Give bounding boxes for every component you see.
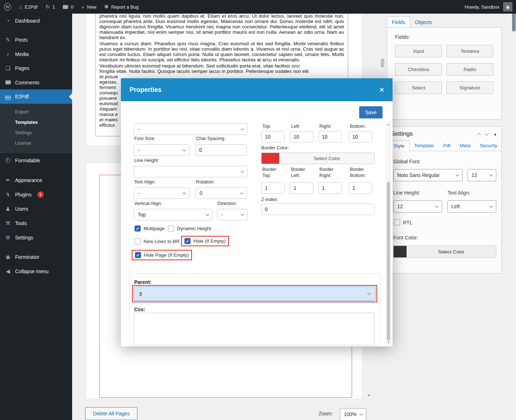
field-button-select[interactable]: Select [395, 81, 442, 94]
line-height-select[interactable] [134, 166, 248, 177]
border-color-picker[interactable]: Select Color [261, 153, 375, 164]
select-color-label: Select Color [280, 153, 374, 164]
submenu-item-settings[interactable]: Settings [0, 127, 72, 138]
border-bottom-input[interactable] [349, 182, 372, 194]
border-right-input[interactable] [318, 182, 342, 194]
parent-select[interactable]: 3 [133, 286, 376, 301]
move-down-icon[interactable] [485, 131, 489, 135]
dynamic-height-checkbox[interactable] [168, 225, 174, 232]
border-word-label: Border [262, 167, 276, 172]
sidebar-item-label: Forminator [15, 254, 39, 260]
chevron-down-icon [360, 412, 363, 415]
line-height-select[interactable]: 12 [393, 200, 442, 213]
field-button-checkbox[interactable]: Checkbox [395, 63, 442, 76]
tab-meta[interactable]: Meta [455, 140, 475, 151]
users-icon: ♟ [4, 206, 11, 212]
font-family-select[interactable]: - [134, 123, 248, 135]
direction-select[interactable]: - [217, 209, 248, 220]
modal-scrollbar[interactable]: ▲ ▼ [386, 122, 391, 345]
font-color-picker[interactable]: Select Color [393, 246, 496, 258]
border-left-input[interactable] [290, 182, 313, 194]
updates-link[interactable]: ↻ 1 [41, 0, 59, 14]
howdy-text[interactable]: Howdy, Sandbox [465, 4, 499, 10]
rotation-select[interactable]: 0 [196, 187, 247, 199]
sidebar-item-settings[interactable]: ⚙ Settings [0, 230, 72, 245]
border-top-input[interactable] [261, 182, 285, 194]
vertical-align-value: Top [138, 212, 146, 218]
sidebar-item-plugins[interactable]: ↯ Plugins 1 [0, 187, 72, 202]
scroll-down-icon[interactable]: ▼ [386, 341, 390, 344]
global-font-select[interactable]: Noto Sans Regular [393, 169, 463, 181]
submenu-item-license[interactable]: License [0, 138, 72, 148]
sidebar-item-dashboard[interactable]: ◔ Dashboard [0, 14, 72, 28]
multipage-checkbox[interactable] [135, 225, 141, 232]
sidebar-item-label: Settings [15, 235, 33, 241]
collapse-panel-icon[interactable]: ▲ [493, 132, 497, 136]
dashboard-icon: ◔ [4, 18, 11, 24]
submenu-item-export[interactable]: Export [0, 107, 72, 117]
sidebar-item-formidable[interactable]: Ⓕ Formidable [0, 153, 72, 168]
padding-bottom-input[interactable] [349, 131, 372, 143]
tab-objects[interactable]: Objects [410, 17, 436, 28]
scroll-down-icon[interactable]: ▼ [367, 393, 371, 397]
sidebar-item-comments[interactable]: Comments [0, 75, 72, 89]
field-button-radio[interactable]: Radio [446, 63, 493, 76]
sidebar-item-collapse-menu[interactable]: ◀ Collapse menu [0, 264, 72, 279]
sidebar-item-forminator[interactable]: ◉ Forminator [0, 250, 72, 264]
css-textarea[interactable] [134, 313, 375, 345]
editor-scrollbar-thumb[interactable] [381, 59, 384, 67]
rotation-value: 0 [200, 190, 202, 196]
scroll-up-icon[interactable]: ▲ [386, 123, 390, 126]
tab-pdf[interactable]: Pdf [438, 140, 455, 151]
tab-fields[interactable]: Fields [387, 17, 410, 28]
delete-all-pages-button[interactable]: Delete All Pages [85, 407, 137, 420]
padding-top-input[interactable] [261, 131, 285, 143]
sidebar-item-label: Posts [15, 37, 28, 43]
close-icon[interactable]: × [380, 86, 384, 94]
sidebar-item-e2pdf[interactable]: PDF E2Pdf [0, 89, 72, 104]
sidebar-item-appearance[interactable]: ✒ Appearance [0, 173, 72, 187]
hide-if-empty-checkbox[interactable] [184, 238, 191, 244]
field-button-input[interactable]: Input [395, 45, 442, 57]
padding-right-input[interactable] [318, 131, 342, 143]
tab-template[interactable]: Template [409, 140, 438, 151]
window-scrollbar-thumb[interactable] [512, 12, 516, 32]
sidebar-item-pages[interactable]: ❏ Pages [0, 61, 72, 75]
border-bottom-label: Bottom: [350, 173, 366, 178]
field-button-signature[interactable]: Signature [446, 81, 493, 94]
char-spacing-input[interactable] [196, 144, 247, 156]
sidebar-item-media[interactable]: ♪ Media [0, 47, 72, 61]
site-name-link[interactable]: ⌂ E2Pdf [15, 0, 41, 14]
comments-link[interactable]: 0 [59, 0, 77, 14]
text-align-select[interactable]: Left [447, 200, 496, 213]
rtl-checkbox[interactable] [394, 219, 400, 225]
sidebar-item-users[interactable]: ♟ Users [0, 202, 72, 216]
chevron-down-icon [183, 148, 186, 151]
padding-left-input[interactable] [290, 131, 313, 143]
field-button-textarea[interactable]: Textarea [446, 45, 493, 57]
z-index-input[interactable] [261, 204, 375, 215]
padding-left-label: Left: [291, 123, 300, 129]
save-button[interactable]: Save [359, 106, 383, 118]
new-content-link[interactable]: + New [78, 0, 100, 14]
tab-security[interactable]: Security [475, 140, 502, 151]
dynamic-height-label: Dynamic Height [177, 226, 211, 231]
vertical-align-select[interactable]: Top [134, 209, 213, 220]
sidebar-item-posts[interactable]: ✎ Posts [0, 33, 72, 47]
font-size-select[interactable]: - [134, 144, 189, 156]
new-lines-to-br-checkbox[interactable] [135, 238, 141, 244]
global-font-size-select[interactable]: 12 [468, 169, 496, 181]
avatar[interactable]: ◉ [503, 2, 512, 11]
wordpress-menu[interactable]: W [0, 0, 15, 14]
chevron-down-icon [241, 212, 244, 216]
chevron-down-icon [241, 169, 244, 173]
move-up-icon[interactable] [477, 133, 481, 137]
hide-page-if-empty-checkbox[interactable] [135, 252, 141, 258]
text-align-select[interactable]: - [134, 187, 189, 199]
submenu-item-templates[interactable]: Templates [0, 117, 72, 127]
sidebar-item-tools[interactable]: ⚒ Tools [0, 216, 72, 230]
report-bug-link[interactable]: ✱ Report a Bug [100, 0, 142, 14]
zoom-select[interactable]: 100% [340, 408, 366, 420]
modal-scrollbar-thumb[interactable] [387, 182, 390, 341]
parent-select-highlight: 3 [132, 285, 377, 302]
